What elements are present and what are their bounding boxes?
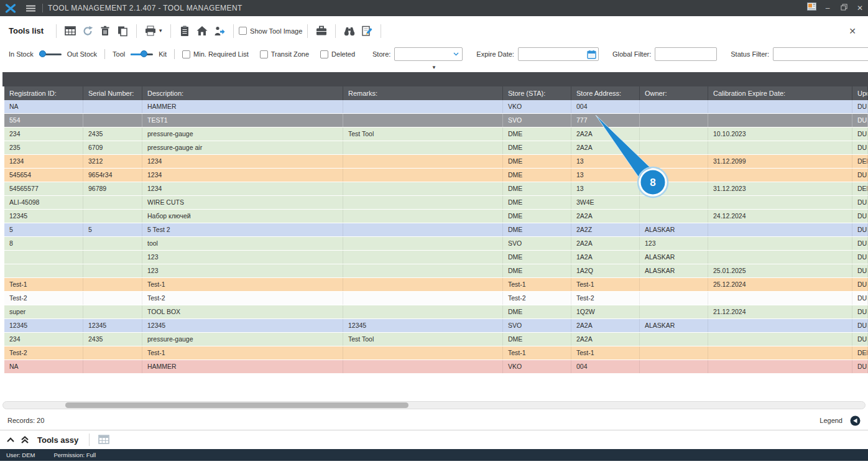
column-header[interactable]: Store Address: — [571, 86, 640, 100]
table-cell: 13 — [571, 155, 640, 168]
refresh-button[interactable] — [79, 22, 96, 40]
table-row[interactable]: 12345123451234512345SVO2A2AALASKARDUN — [4, 319, 868, 333]
restore-button[interactable] — [836, 0, 852, 16]
column-header[interactable]: Remarks: — [343, 86, 503, 100]
delete-button[interactable] — [96, 22, 114, 40]
table-row[interactable]: 554TEST1SVO777DUN — [4, 114, 868, 128]
paste-button[interactable] — [176, 22, 193, 40]
table-row[interactable]: 123DME1A2AALASKARDUN — [4, 251, 868, 264]
store-dropdown[interactable] — [394, 47, 463, 61]
table-cell: ALASKAR — [640, 264, 708, 277]
table-row[interactable]: 2342435pressure-gaugeTest ToolDME2A2ADUN — [4, 333, 868, 346]
table-cell — [343, 196, 503, 209]
table-cell: 12345 — [4, 210, 83, 223]
grid-icon — [98, 434, 110, 445]
min-required-list-checkbox[interactable]: Min. Required List — [182, 50, 249, 58]
edit-button[interactable] — [358, 22, 376, 40]
table-cell: SVO — [503, 237, 571, 250]
hamburger-menu-button[interactable] — [21, 0, 40, 16]
expire-date-input[interactable] — [518, 47, 599, 61]
table-row[interactable]: 555 Test 2DME2A2ZALASKARDUN — [4, 223, 868, 237]
panel-close-button[interactable]: ✕ — [843, 26, 862, 36]
table-cell: TEST1 — [142, 114, 343, 127]
expand-panel-button[interactable] — [6, 437, 15, 443]
copy-button[interactable] — [114, 22, 131, 40]
table-cell: DME — [503, 251, 571, 264]
table-row[interactable]: 123432121234DME1331.12.2099DEM — [4, 155, 868, 169]
transit-zone-checkbox[interactable]: Transit Zone — [260, 50, 309, 58]
tool-kit-toggle[interactable] — [131, 50, 153, 58]
table-cell — [83, 100, 142, 113]
scrollbar-thumb[interactable] — [65, 402, 409, 408]
table-row[interactable]: 12345Набор ключейDME2A2A24.12.2024DUN — [4, 210, 868, 223]
table-cell: DEM — [852, 182, 868, 195]
notifications-button[interactable] — [803, 0, 820, 16]
column-header[interactable]: Owner: — [640, 86, 708, 100]
table-cell: 5 Test 2 — [142, 223, 343, 236]
table-cell: 777 — [571, 114, 640, 127]
table-row[interactable]: 5456549654r341234DME13DUN — [4, 169, 868, 182]
stock-toggle[interactable] — [39, 50, 62, 58]
table-row[interactable]: Test-1Test-1Test-1Test-125.12.2024DUN — [4, 278, 868, 292]
table-cell — [640, 128, 708, 141]
table-cell: 123 — [142, 264, 343, 277]
collapse-filters-button[interactable]: ▼ — [432, 65, 436, 70]
table-row[interactable]: Test-2Test-2Test-2Test-2DUN — [4, 292, 868, 305]
table-cell: HAMMER — [142, 360, 343, 373]
table-cell: DUN — [852, 278, 868, 291]
table-cell — [640, 346, 708, 360]
table-cell: DME — [503, 210, 571, 223]
table-row[interactable]: 2342435pressure-gaugeTest ToolDME2A2A10.… — [4, 128, 868, 141]
table-row[interactable]: ALI-45098WIRE CUTSDME3W4EDUN — [4, 196, 868, 210]
tools-assy-grid-button[interactable] — [98, 434, 110, 445]
toolbar-separator — [56, 24, 57, 38]
table-cell: 1Q2W — [571, 305, 640, 318]
show-tool-image-checkbox[interactable]: Show Tool Image — [239, 27, 302, 35]
print-button[interactable]: ▼ — [142, 22, 165, 40]
legend-button[interactable] — [850, 415, 861, 426]
search-binoculars-button[interactable] — [341, 22, 358, 40]
table-row[interactable]: 2356709pressure-gauge airDME2A2ADUN — [4, 141, 868, 155]
table-cell — [708, 251, 852, 264]
table-cell: 545654 — [4, 169, 83, 182]
column-header[interactable]: Calibration Expire Date: — [708, 86, 852, 100]
column-header[interactable]: Description: — [142, 86, 343, 100]
table-cell — [343, 251, 503, 264]
table-row[interactable]: Test-2Test-1Test-1Test-1DEM — [4, 346, 868, 360]
column-header[interactable]: Upda — [852, 86, 868, 100]
table-row[interactable]: NAHAMMERVKO004DUN — [4, 360, 868, 374]
table-cell: WIRE CUTS — [142, 196, 343, 209]
table-row[interactable]: 8toolSVO2A2A123DUN — [4, 237, 868, 251]
status-footer: User: DEM Permission: Full — [0, 449, 868, 461]
checkbox-label: Show Tool Image — [250, 27, 302, 35]
hamburger-icon — [26, 5, 35, 12]
grid-view-button[interactable] — [62, 22, 79, 40]
briefcase-button[interactable] — [313, 22, 330, 40]
table-row[interactable]: superTOOL BOXDME1Q2W21.12.2024DUN — [4, 305, 868, 319]
edit-icon — [361, 26, 372, 37]
home-button[interactable] — [193, 22, 211, 40]
table-row[interactable]: 54565577967891234DME1331.12.2023DEM — [4, 182, 868, 196]
deleted-checkbox[interactable]: Deleted — [320, 50, 355, 58]
table-cell: DUN — [852, 223, 868, 236]
global-filter-input[interactable] — [655, 47, 717, 61]
minimize-button[interactable]: – — [820, 0, 836, 16]
table-cell: 12345 — [83, 319, 142, 332]
table-cell: DME — [503, 128, 571, 141]
kit-label: Kit — [159, 50, 167, 58]
column-header[interactable]: Serial Number: — [83, 86, 142, 100]
table-row[interactable]: NAHAMMERVKO004DUN — [4, 100, 868, 114]
filter-collapse-strip: ▼ — [0, 63, 868, 72]
table-cell: 25.01.2025 — [708, 264, 852, 277]
export-button[interactable] — [211, 22, 228, 40]
table-cell: 12345 — [343, 319, 503, 332]
column-header[interactable]: Registration ID: — [4, 86, 83, 100]
status-filter-dropdown[interactable] — [773, 47, 868, 61]
column-header[interactable]: Store (STA): — [503, 86, 571, 100]
horizontal-scrollbar[interactable] — [2, 401, 866, 409]
table-cell — [708, 319, 852, 332]
table-row[interactable]: 123DME1A2QALASKAR25.01.2025DUN — [4, 264, 868, 278]
close-button[interactable]: ✕ — [852, 0, 868, 16]
expand-panel-full-button[interactable] — [21, 436, 29, 444]
table-cell: 13 — [571, 169, 640, 182]
